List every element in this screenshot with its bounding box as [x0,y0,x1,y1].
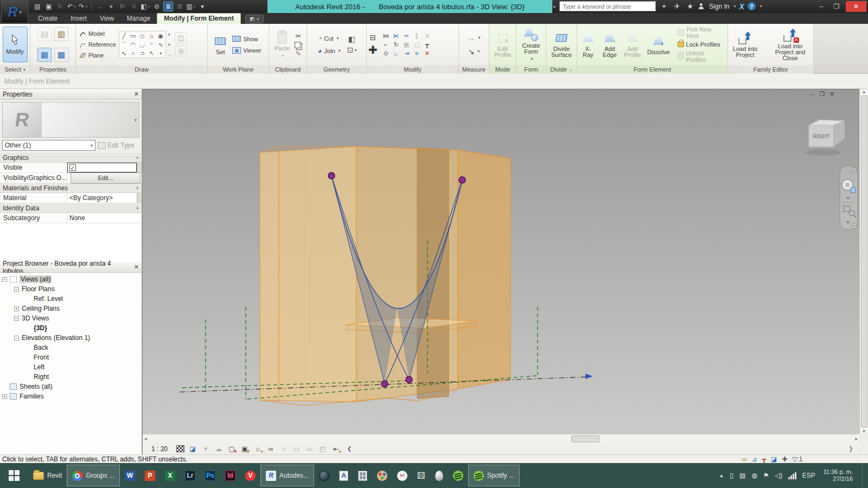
tree-item-ref-level[interactable]: Ref. Level [0,294,142,304]
tree-item-left[interactable]: Left [0,362,142,372]
minimize-button[interactable]: – [814,1,829,12]
mirror-draw-axis-icon[interactable]: ⋉ [391,31,401,40]
save-icon[interactable]: ▣ [44,2,54,11]
select-links-icon[interactable]: ∞ [742,455,747,463]
scale-button[interactable]: 1 : 20 [151,445,168,453]
properties-palette-icon[interactable]: ▦ [37,48,52,62]
draw-arc-fillet-icon[interactable]: ◜ [147,40,156,49]
viewcube[interactable]: RIGHT [805,120,845,156]
taskbar-item-vivaldi[interactable]: V [240,465,260,486]
mirror-pick-axis-icon[interactable]: ⋈ [381,31,391,40]
language-indicator[interactable]: ESP [802,472,815,479]
draw-point-icon[interactable]: • [156,49,165,57]
thin-lines-icon[interactable]: ≣ [163,2,173,11]
sync-icon[interactable]: ↻ [55,2,65,11]
show-desktop-button[interactable] [862,463,866,488]
undo-icon[interactable]: ↶▾ [67,2,76,11]
properties-header[interactable]: Properties ✕ [0,89,142,100]
view-close-icon[interactable]: ✕ [829,91,834,98]
reveal-hidden-elements-icon[interactable]: ○ [279,444,289,453]
draw-spline-icon[interactable]: ∿ [156,40,165,49]
default-3d-view-icon[interactable]: ◧▾ [141,2,150,11]
section-materials[interactable]: Materials and Finishes« [0,183,142,193]
trim-single-icon[interactable]: ⇥ [401,49,412,57]
measure-button[interactable]: ↔▾ [466,33,481,43]
tree-item-front[interactable]: Front [0,352,142,362]
wall-joins-icon[interactable]: ◧ [348,35,355,43]
pin-icon[interactable]: ┳ [422,40,432,49]
rotate-icon[interactable]: ↻ [391,40,401,49]
pick-new-host-button[interactable]: Pick New Host [676,28,726,38]
taskbar-item-revit-folder[interactable]: Revit [28,465,67,486]
dimension-button[interactable]: ↘▾ [467,46,481,56]
section-icon[interactable]: ⊘ [152,2,162,11]
collapse-icon[interactable]: − [14,287,19,292]
view-minimize-icon[interactable]: – [811,91,814,98]
scroll-left-icon[interactable]: ◂ [144,436,147,441]
cut-clipboard-icon[interactable]: ✂ [296,32,302,40]
draw-polygon-circumscribed-icon[interactable]: ⌂ [147,31,156,40]
vscroll-thumb[interactable] [861,95,867,427]
sign-in-link[interactable]: Sign In [709,3,729,10]
taskbar-item-word[interactable]: W [120,465,140,486]
network-signal-icon[interactable] [788,472,796,479]
search-collapse-icon[interactable]: ▸ [553,3,556,9]
show-crop-region-icon[interactable]: ▣☀ [240,444,250,453]
draw-arc-center-icon[interactable]: ◠ [129,40,138,49]
scroll-up-icon[interactable]: ▴ [863,89,865,94]
array-icon[interactable]: ▦ [401,40,412,49]
help-dropdown-icon[interactable]: ▾ [760,4,762,9]
volume-icon[interactable]: ◁) [775,472,782,479]
tab-view[interactable]: View [93,14,120,24]
ribbon-state-button[interactable]: ◩▾ [245,15,264,23]
taskbar-item-lightroom[interactable]: Lr [180,465,200,486]
view-restore-icon[interactable]: ❐ [819,91,825,98]
phone-icon[interactable]: ▯ [730,472,733,479]
visible-checkbox[interactable]: ✓ [69,164,76,171]
navigation-bar[interactable] [840,166,858,230]
demolish-icon[interactable]: ⊡▾ [347,46,357,54]
cut-geometry-button[interactable]: ◔Cut▾ [317,33,342,43]
join-geometry-button[interactable]: ◕Join▾ [317,46,342,56]
trim-multiple-icon[interactable]: ≡ [412,49,422,57]
redo-icon[interactable]: ↷▾ [78,2,88,11]
vertical-scrollbar[interactable]: ▴▾ [859,89,868,434]
copy-clipboard-icon[interactable] [295,42,301,48]
exchange-apps-icon[interactable]: X [739,2,744,11]
tab-create[interactable]: Create [31,14,64,24]
taskbar-item-cinema4d[interactable] [314,465,334,486]
type-selector[interactable]: Other (1) ▾ [2,140,95,151]
tree-item-3d[interactable]: {3D} [0,323,142,333]
text-icon[interactable]: A [129,2,139,11]
draw-rectangle-icon[interactable]: ▭ [129,31,138,40]
add-edge-button[interactable]: + Add Edge [601,29,619,60]
type-preview-dropdown-icon[interactable]: ▾ [135,118,137,123]
search-icon[interactable]: ⌖ [659,2,669,11]
match-type-icon[interactable]: ✎ [296,50,301,57]
tray-expand-icon[interactable]: ▲ [719,473,724,478]
select-underlay-elements-icon[interactable]: ⊿ [752,455,757,463]
reveal-constraints-icon[interactable]: ⇤● [331,444,341,453]
search-input[interactable] [559,1,656,11]
draw-circle-icon[interactable]: ◉ [156,31,165,40]
modify-button[interactable]: Modify [3,27,28,62]
load-into-project-button[interactable]: Load into Project [729,29,762,60]
taskbar-item-indesign[interactable]: Id [220,465,240,486]
section-graphics[interactable]: Graphics« [0,153,142,163]
tree-item-floor-plans[interactable]: −Floor Plans [0,284,142,294]
draw-ellipse-icon[interactable]: ○ [129,49,138,57]
hide-analytical-model-icon[interactable]: ▭ [305,444,315,453]
tree-item-sheets[interactable]: Sheets (all) [0,382,142,391]
locked-3d-view-icon[interactable]: ⌂● [253,444,263,453]
subscription-icon[interactable]: ✈ [672,2,682,10]
crop-view-icon[interactable]: ▢✕ [227,444,237,453]
taskbar-item-paint[interactable] [372,465,392,486]
panel-label-select[interactable]: Select▾ [0,65,30,74]
material-value[interactable]: <By Category> [67,193,137,203]
taskbar-item-spotify-pinned[interactable] [448,465,468,486]
clock[interactable]: 11:36 p. m. 27/2/16 [824,468,853,483]
delete-icon[interactable]: ✕ [422,49,432,57]
draw-arc-3pt-icon[interactable]: ⌒ [119,40,129,49]
scale-icon[interactable]: ▢ [412,40,422,49]
sign-in-dropdown-icon[interactable]: ▾ [733,4,736,9]
